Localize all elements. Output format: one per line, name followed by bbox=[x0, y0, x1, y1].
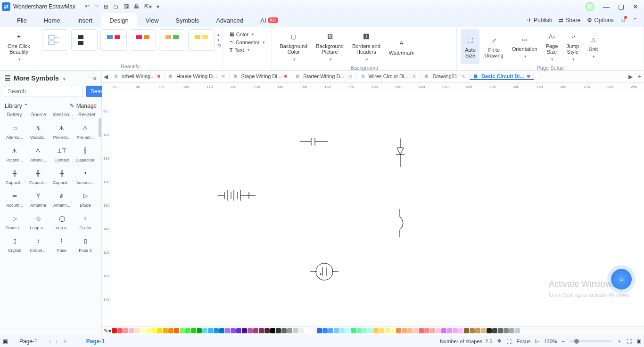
color-swatch[interactable] bbox=[140, 328, 145, 333]
shape-polarized-source[interactable] bbox=[310, 261, 339, 282]
theme-thumb[interactable] bbox=[159, 29, 185, 51]
color-swatch[interactable] bbox=[413, 328, 418, 333]
menu-file[interactable]: File bbox=[8, 13, 35, 27]
theme-thumb[interactable] bbox=[100, 29, 127, 51]
background-color-button[interactable]: ▢Background Color bbox=[276, 29, 311, 64]
gallery-more-icon[interactable]: ⊟ bbox=[217, 43, 221, 48]
symbol-item[interactable]: ◯Loop a... bbox=[50, 210, 74, 232]
theme-thumb[interactable] bbox=[42, 29, 68, 51]
color-swatch[interactable] bbox=[185, 328, 190, 333]
color-swatch[interactable] bbox=[281, 328, 287, 333]
eyedropper-icon[interactable]: ✎▾ bbox=[104, 328, 111, 334]
avatar[interactable] bbox=[585, 2, 594, 11]
color-swatch[interactable] bbox=[464, 328, 469, 333]
color-swatch[interactable] bbox=[498, 328, 503, 333]
color-swatch[interactable] bbox=[112, 328, 117, 333]
color-swatch[interactable] bbox=[475, 328, 480, 333]
color-swatch[interactable] bbox=[219, 328, 224, 333]
color-swatch[interactable] bbox=[248, 328, 253, 333]
color-swatch[interactable] bbox=[339, 328, 345, 333]
color-swatch[interactable] bbox=[197, 328, 202, 333]
symbol-item[interactable]: ⋔Antenn... bbox=[50, 187, 74, 210]
one-click-beautify-button[interactable]: ✦ One Click Beautify bbox=[4, 29, 34, 64]
page-tab-active[interactable]: Page-1 bbox=[80, 337, 111, 346]
library-toggle[interactable]: Library ⌃ bbox=[5, 103, 28, 109]
zoom-level[interactable]: 130% bbox=[544, 339, 557, 344]
color-swatch[interactable] bbox=[191, 328, 196, 333]
color-dropdown[interactable]: ▦ Color bbox=[230, 31, 265, 37]
color-swatch[interactable] bbox=[351, 328, 356, 333]
symbol-item[interactable]: ♀Co-Ax bbox=[74, 210, 97, 232]
document-tab[interactable]: 🗎Wires Circuit Di...✕ bbox=[357, 73, 421, 80]
gallery-up-icon[interactable]: ▴ bbox=[217, 32, 221, 37]
shape-diode[interactable] bbox=[393, 138, 407, 167]
tab-close-icon[interactable]: ✕ bbox=[412, 73, 416, 80]
page-size-button[interactable]: A₄Page Size bbox=[542, 29, 562, 64]
color-swatch[interactable] bbox=[134, 328, 140, 333]
color-swatch[interactable] bbox=[447, 328, 452, 333]
symbol-item[interactable]: ╫Capacit... bbox=[3, 164, 26, 187]
menu-symbols[interactable]: Symbols bbox=[167, 13, 208, 27]
shape-battery[interactable] bbox=[218, 188, 256, 202]
color-swatch[interactable] bbox=[270, 328, 275, 333]
color-swatch[interactable] bbox=[259, 328, 264, 333]
color-swatch[interactable] bbox=[334, 328, 339, 333]
symbol-item[interactable]: YAntenna bbox=[26, 187, 50, 210]
color-swatch[interactable] bbox=[373, 328, 379, 333]
color-swatch[interactable] bbox=[492, 328, 497, 333]
color-swatch[interactable] bbox=[236, 328, 241, 333]
document-tab[interactable]: 🗎House Wiring D...✕ bbox=[165, 73, 229, 80]
watermark-button[interactable]: AWatermark bbox=[385, 29, 418, 64]
color-swatch[interactable] bbox=[390, 328, 396, 333]
symbol-item[interactable]: ▯Crystal bbox=[3, 232, 26, 255]
fullscreen-icon[interactable]: ▣ bbox=[636, 338, 641, 344]
close-icon[interactable]: ✕ bbox=[633, 3, 638, 10]
qat-more-icon[interactable]: ▾ bbox=[157, 3, 159, 10]
open-icon[interactable]: 🗀 bbox=[113, 3, 119, 10]
symbol-item[interactable]: ⩚Pre-set... bbox=[74, 119, 97, 142]
color-swatch[interactable] bbox=[470, 328, 475, 333]
color-swatch[interactable] bbox=[328, 328, 333, 333]
symbol-item[interactable]: ⌇Circuit ... bbox=[26, 232, 50, 255]
panel-scrollbar[interactable] bbox=[99, 118, 101, 137]
color-swatch[interactable] bbox=[174, 328, 179, 333]
zoom-in-icon[interactable]: ＋ bbox=[617, 338, 622, 345]
publish-button[interactable]: ✈ Publish bbox=[527, 17, 552, 24]
document-tab[interactable]: 🗎orbell Wiring... bbox=[110, 73, 165, 79]
symbol-item[interactable]: ▷Diode L... bbox=[3, 210, 26, 232]
symbol-item[interactable]: ╫Capacit... bbox=[26, 164, 50, 187]
color-swatch[interactable] bbox=[293, 328, 298, 333]
color-swatch[interactable] bbox=[225, 328, 230, 333]
canvas[interactable]: Activate Windows Go to Settings to activ… bbox=[112, 91, 644, 326]
auto-size-button[interactable]: ⛶Auto Size bbox=[461, 29, 479, 64]
color-swatch[interactable] bbox=[214, 328, 219, 333]
color-swatch[interactable] bbox=[419, 328, 424, 333]
tab-close-icon[interactable]: ✕ bbox=[348, 73, 353, 80]
fit-to-drawing-button[interactable]: ⤢Fit to Drawing bbox=[480, 29, 507, 64]
color-swatch[interactable] bbox=[430, 328, 435, 333]
tabs-next-icon[interactable]: ▶ bbox=[627, 73, 635, 80]
symbol-item[interactable]: ⌇Fuse bbox=[50, 232, 74, 255]
ai-assistant-button[interactable]: ☺ bbox=[611, 269, 632, 290]
minimize-icon[interactable]: — bbox=[603, 3, 610, 10]
zoom-slider[interactable] bbox=[570, 340, 612, 342]
color-swatch[interactable] bbox=[385, 328, 390, 333]
color-swatch[interactable] bbox=[345, 328, 350, 333]
document-tab[interactable]: 🗎Basic Circuit Di... bbox=[470, 73, 534, 80]
symbol-item[interactable]: ↯Variabl... bbox=[26, 119, 50, 142]
page-layout-icon[interactable]: ▣ bbox=[3, 338, 8, 345]
color-swatch[interactable] bbox=[317, 328, 322, 333]
jump-style-button[interactable]: ⤻Jump Style bbox=[562, 29, 583, 64]
symbol-item[interactable]: •Various... bbox=[74, 164, 97, 187]
tab-close-icon[interactable]: ✕ bbox=[221, 73, 225, 80]
export-icon[interactable]: ⇱▾ bbox=[144, 3, 152, 10]
zoom-out-icon[interactable]: − bbox=[562, 339, 565, 344]
theme-thumb[interactable] bbox=[188, 29, 215, 51]
color-swatch[interactable] bbox=[253, 328, 258, 333]
focus-button[interactable]: Focus bbox=[516, 339, 530, 344]
manage-button[interactable]: ✎ Manage bbox=[70, 103, 97, 109]
color-swatch[interactable] bbox=[298, 328, 304, 333]
color-swatch[interactable] bbox=[481, 328, 486, 333]
menu-insert[interactable]: Insert bbox=[69, 13, 101, 27]
color-swatch[interactable] bbox=[202, 328, 207, 333]
